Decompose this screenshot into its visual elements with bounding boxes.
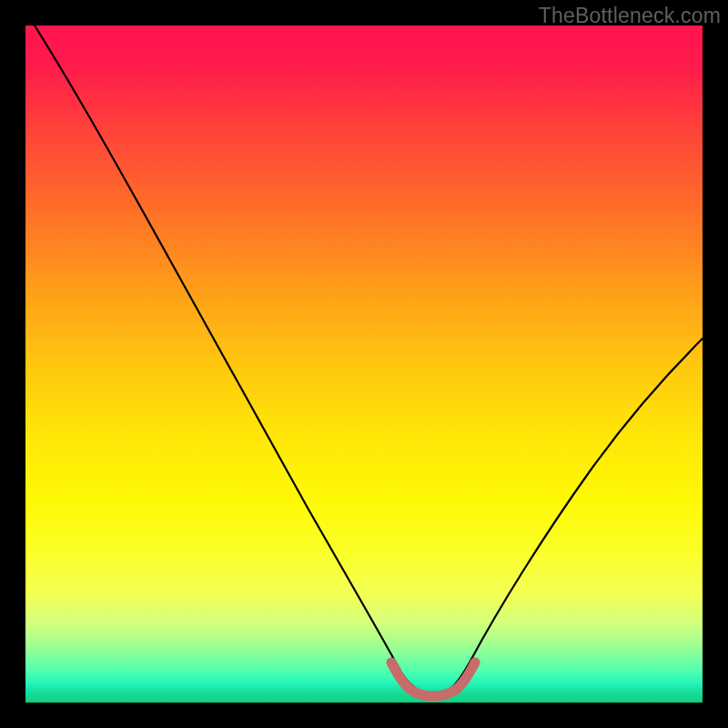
bottleneck-curve bbox=[35, 25, 703, 693]
plot-area bbox=[25, 25, 703, 703]
chart-frame: TheBottleneck.com bbox=[0, 0, 728, 728]
watermark-label: TheBottleneck.com bbox=[539, 4, 721, 28]
sweet-spot-marker bbox=[391, 662, 475, 696]
curve-layer bbox=[25, 25, 703, 703]
